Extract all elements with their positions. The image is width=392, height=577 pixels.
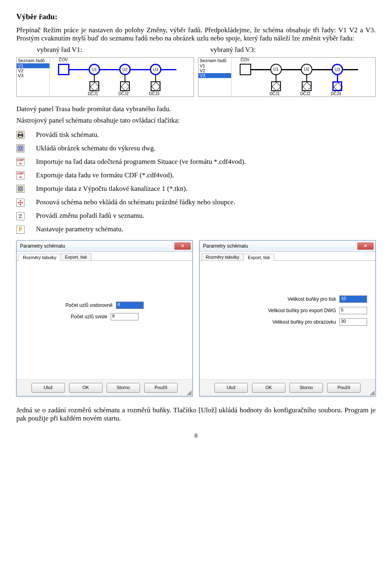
cdf-export-icon[interactable]: CDF⇒: [16, 171, 24, 179]
move-icon[interactable]: [16, 199, 24, 207]
tab-export[interactable]: Export, tisk: [60, 253, 91, 260]
field-bunka-obraz[interactable]: 30: [339, 318, 367, 326]
params-icon[interactable]: P: [16, 226, 24, 234]
btn-uloz[interactable]: Ulož: [214, 383, 248, 393]
print-icon[interactable]: [16, 131, 24, 139]
trasa-paragraph: Datový panel Trasa bude promítat data vy…: [16, 105, 376, 113]
btn-pouzit[interactable]: Použít: [144, 383, 178, 393]
dialog-title: Parametry schématu: [20, 243, 65, 249]
tools-paragraph: Nástrojový panel schématu obsahuje tato …: [16, 116, 376, 125]
end-paragraph: Jedná se o zadání rozměrů schématu a roz…: [16, 406, 376, 423]
schema-diagram-v3: Seznam řadů V1 V2 V3 ČOV U1 U2 U3 DČJ1 D…: [198, 57, 376, 97]
dialog-rozmery: Parametry schématu Rozměry tabulky Expor…: [16, 240, 193, 396]
page-number: 8: [16, 432, 376, 439]
heading: Výběr řadu:: [16, 12, 376, 21]
tab-rozmery[interactable]: Rozměry tabulky: [201, 253, 244, 260]
svg-rect-2: [19, 136, 22, 137]
tab-export[interactable]: Export, tisk: [243, 254, 274, 261]
save-dwg-icon[interactable]: [16, 144, 24, 152]
btn-ok[interactable]: OK: [69, 383, 102, 393]
field-uzly-svisle[interactable]: 8: [111, 313, 138, 320]
svg-rect-1: [19, 132, 22, 134]
schema-diagram-v1: Seznam řadů V1 V2 V3 ČOV U1 U2 U3 DČJ1 D…: [16, 57, 194, 97]
intro-paragraph: Přepínač Režim práce je nastaven do polo…: [16, 26, 376, 42]
svg-point-6: [19, 188, 22, 190]
btn-uloz[interactable]: Ulož: [31, 383, 65, 393]
btn-storno[interactable]: Storno: [107, 383, 140, 393]
import-tkn-icon[interactable]: [16, 185, 24, 193]
field-bunka-dwg[interactable]: 5: [339, 307, 367, 314]
toolbar-list: Provádí tisk schématu. Ukládá obrázek sc…: [16, 128, 246, 236]
close-button[interactable]: [357, 242, 374, 250]
btn-ok[interactable]: OK: [252, 383, 285, 393]
field-bunka-tisk[interactable]: 10: [339, 295, 367, 303]
cdf-import-icon[interactable]: CDF⇐: [16, 158, 24, 166]
dialog-export: Parametry schématu Rozměry tabulky Expor…: [199, 240, 376, 396]
listbox-left[interactable]: Seznam řadů V1 V2 V3: [17, 58, 50, 96]
col-right-label: vybraný řad V3:: [210, 46, 376, 54]
listbox-right[interactable]: Seznam řadů V1 V2 V3: [198, 58, 232, 96]
col-left-label: vybraný řad V1:: [37, 46, 202, 54]
reorder-icon[interactable]: [16, 212, 24, 220]
tab-rozmery[interactable]: Rozměry tabulky: [18, 254, 61, 261]
btn-pouzit[interactable]: Použít: [327, 383, 361, 393]
btn-storno[interactable]: Storno: [290, 383, 323, 393]
close-button[interactable]: [174, 242, 191, 250]
dialog-title: Parametry schématu: [203, 243, 248, 249]
field-uzly-vod[interactable]: 8: [116, 302, 144, 309]
svg-rect-4: [19, 147, 22, 150]
